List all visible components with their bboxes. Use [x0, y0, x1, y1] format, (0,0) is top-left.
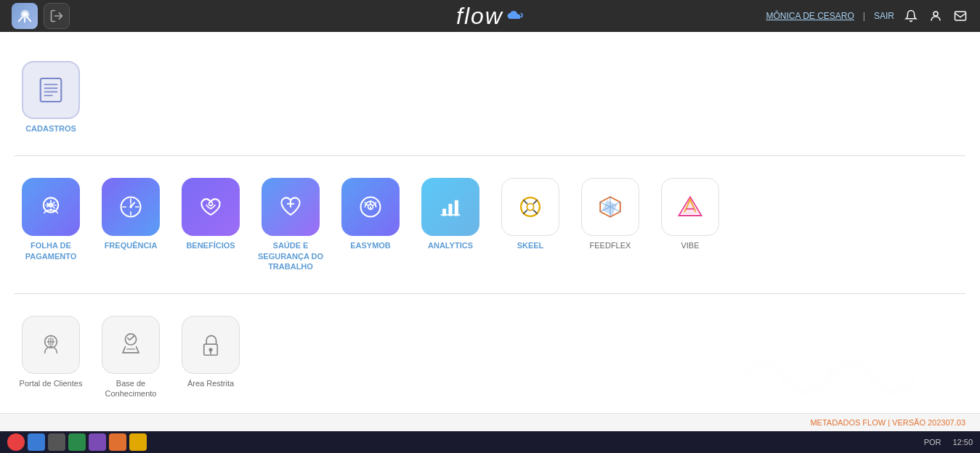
taskbar-item-7[interactable] — [129, 433, 147, 451]
portal-label: Portal de Clientes — [20, 378, 83, 388]
saude-label: SAÚDE E SEGURANÇA DO TRABALHO — [254, 240, 327, 272]
taskbar-lang: POR — [924, 438, 941, 446]
feedflex-label: FEEDFLEX — [590, 240, 631, 250]
beneficios-label: BENEFÍCIOS — [186, 240, 235, 250]
taskbar-item-1[interactable] — [7, 433, 25, 451]
app-vibe[interactable]: VIBE — [654, 178, 726, 272]
app-feedflex[interactable]: FEEDFLEX — [574, 178, 647, 272]
app-restrita[interactable]: Área Restrita — [174, 316, 247, 399]
user-link[interactable]: MÔNICA DE CESARO — [766, 11, 854, 21]
topnav-left — [12, 3, 70, 29]
base-icon — [102, 316, 160, 374]
divider-2 — [15, 293, 965, 294]
footer-text: METADADOS FLOW | VERSÃO 202307.03 — [810, 418, 965, 427]
taskbar-time: 12:50 — [952, 438, 973, 446]
app-saude[interactable]: SAÚDE E SEGURANÇA DO TRABALHO — [254, 178, 327, 272]
app-folha[interactable]: FOLHA DE PAGAMENTO — [15, 178, 87, 272]
cadastros-icon — [22, 61, 80, 119]
vibe-icon — [661, 178, 719, 236]
logo-cloud-icon — [506, 10, 524, 22]
svg-rect-2 — [955, 12, 966, 20]
logo-text: flow — [456, 3, 503, 30]
app-cadastros[interactable]: CADASTROS — [15, 61, 87, 134]
vibe-label: VIBE — [681, 240, 699, 250]
folha-icon — [22, 178, 80, 236]
svg-point-12 — [208, 203, 212, 206]
user-icon[interactable] — [928, 8, 944, 24]
app-beneficios[interactable]: BENEFÍCIOS — [174, 178, 247, 272]
separator: | — [863, 11, 865, 21]
main-content: CADASTROS FOLHA DE PAGAMENTO — [0, 32, 980, 414]
taskbar-item-5[interactable] — [89, 433, 106, 451]
svg-rect-17 — [455, 200, 458, 216]
taskbar-item-2[interactable] — [28, 433, 45, 451]
saude-icon — [262, 178, 320, 236]
support-apps-grid: Portal de Clientes Base de Conhecimento — [15, 309, 965, 407]
home-icon[interactable] — [12, 3, 38, 29]
restrita-icon — [182, 316, 240, 374]
section-main-apps: FOLHA DE PAGAMENTO FREQUÊNCIA — [15, 163, 965, 286]
app-portal[interactable]: Portal de Clientes — [15, 316, 87, 399]
exit-icon[interactable] — [44, 3, 70, 29]
skeel-label: SKEEL — [517, 240, 544, 250]
section-cadastros: CADASTROS — [15, 46, 965, 148]
restrita-label: Área Restrita — [187, 378, 234, 388]
bell-icon[interactable] — [903, 8, 919, 24]
analytics-icon — [421, 178, 479, 236]
cadastros-label: CADASTROS — [25, 123, 76, 134]
svg-point-9 — [49, 203, 54, 208]
folha-label: FOLHA DE PAGAMENTO — [15, 240, 87, 261]
message-icon[interactable] — [952, 8, 968, 24]
taskbar-items — [7, 433, 147, 451]
divider-1 — [15, 155, 965, 156]
beneficios-icon — [182, 178, 240, 236]
svg-rect-3 — [41, 78, 62, 102]
taskbar-item-3[interactable] — [48, 433, 65, 451]
app-analytics[interactable]: ANALYTICS — [414, 178, 487, 272]
easymob-icon — [341, 178, 400, 236]
portal-icon — [22, 316, 80, 374]
footer: METADADOS FLOW | VERSÃO 202307.03 — [0, 413, 980, 431]
app-base[interactable]: Base de Conhecimento — [94, 316, 167, 399]
taskbar-item-4[interactable] — [68, 433, 86, 451]
topnav-center: flow — [456, 3, 524, 30]
frequencia-label: FREQUÊNCIA — [105, 240, 158, 250]
svg-point-1 — [934, 12, 938, 16]
taskbar: POR 12:50 — [0, 431, 980, 453]
app-skeel[interactable]: SKEEL — [494, 178, 567, 272]
main-apps-grid: FOLHA DE PAGAMENTO FREQUÊNCIA — [15, 171, 965, 279]
feedflex-icon — [581, 178, 639, 236]
easymob-label: EASYMOB — [350, 240, 391, 250]
taskbar-item-6[interactable] — [109, 433, 126, 451]
skeel-icon — [501, 178, 559, 236]
cadastros-grid: CADASTROS — [15, 54, 965, 141]
analytics-label: ANALYTICS — [428, 240, 473, 250]
app-frequencia[interactable]: FREQUÊNCIA — [94, 178, 167, 272]
section-support: Portal de Clientes Base de Conhecimento — [15, 301, 965, 414]
svg-point-19 — [527, 204, 533, 211]
sair-link[interactable]: SAIR — [874, 11, 894, 21]
frequencia-icon — [102, 178, 160, 236]
topnav-right: MÔNICA DE CESARO | SAIR — [766, 8, 969, 24]
svg-point-0 — [23, 12, 28, 17]
base-label: Base de Conhecimento — [94, 378, 167, 399]
topnav: flow MÔNICA DE CESARO | SAIR — [0, 0, 980, 32]
app-easymob[interactable]: EASYMOB — [334, 178, 407, 272]
